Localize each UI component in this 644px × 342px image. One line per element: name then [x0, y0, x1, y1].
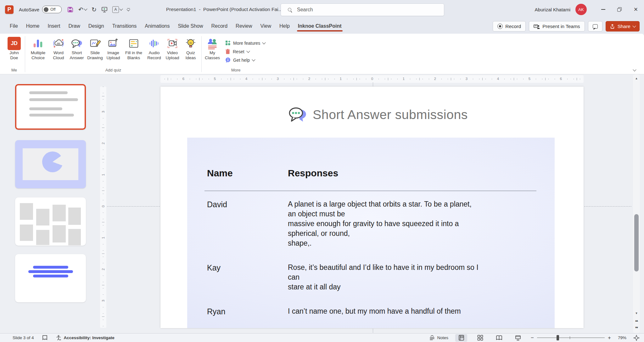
ribbon-tab[interactable]: View [256, 20, 275, 33]
minimize-button[interactable] [595, 0, 611, 19]
zoom-in-button[interactable]: + [608, 335, 611, 341]
image-upload-icon [107, 37, 119, 50]
spellcheck-icon[interactable] [42, 335, 48, 341]
ribbon-tab[interactable]: Slide Show [174, 20, 207, 33]
notes-button[interactable]: Notes [429, 335, 448, 340]
audio-record-button[interactable]: Audio Record [145, 37, 163, 60]
next-slide-button[interactable]: ▾▾ [633, 326, 640, 328]
slide-sorter-view-button[interactable] [474, 334, 486, 342]
zoom-level[interactable]: 79% [618, 335, 626, 340]
ribbon-tab[interactable]: Draw [64, 20, 84, 33]
ribbon-tab[interactable]: Record [207, 20, 232, 33]
slide-indicator[interactable]: Slide 3 of 4 [13, 335, 34, 340]
group-separator [25, 36, 25, 72]
normal-view-button[interactable] [455, 334, 467, 342]
quiz-ideas-button[interactable]: Quiz Ideas [182, 37, 200, 60]
start-slideshow-icon[interactable] [101, 6, 108, 13]
slide-thumbnail-2[interactable] [15, 140, 86, 188]
ribbon-tab[interactable]: Inknoe ClassPoint [294, 20, 346, 33]
undo-button[interactable]: ↶ [78, 6, 87, 13]
slide-thumbnail-1[interactable] [15, 84, 86, 130]
reading-view-button[interactable] [493, 334, 505, 342]
column-header-responses: Responses [288, 168, 338, 179]
chevron-down-icon [252, 58, 255, 61]
avatar[interactable]: AK [575, 4, 587, 15]
fill-in-the-blanks-button[interactable]: Fill in the Blanks [122, 37, 145, 60]
slide-thumbnail-4[interactable] [15, 254, 86, 302]
font-style-button[interactable]: A [112, 6, 122, 13]
ribbon-tab[interactable]: Animations [141, 20, 174, 33]
zoom-control[interactable]: − + [531, 335, 611, 341]
autosave-toggle[interactable]: AutoSave Off [19, 6, 62, 13]
scroll-down-icon[interactable]: ▾ [633, 311, 640, 315]
short-answer-button[interactable]: Short Answer [68, 37, 86, 60]
customize-quick-access-button[interactable] [127, 8, 130, 11]
slide-canvas[interactable]: Short Answer submissions Name Responses … [160, 87, 584, 328]
chevron-down-icon [632, 24, 636, 27]
close-button[interactable]: × [628, 0, 644, 19]
zoom-slider-thumb[interactable] [557, 335, 559, 340]
zoom-slider[interactable] [537, 338, 605, 338]
slide-thumbnail-3[interactable] [15, 197, 86, 246]
ribbon-tab[interactable]: Help [275, 20, 294, 33]
save-icon[interactable] [67, 6, 74, 13]
my-classes-button[interactable]: My Classes [203, 37, 221, 60]
present-in-teams-button[interactable]: Present in Teams [529, 21, 585, 31]
respondent-name: Ryan [207, 306, 288, 316]
vertical-scrollbar[interactable]: ▴ ▾ ▴▴ ▾▾ [633, 74, 640, 333]
ribbon-tab-bar: File Home Insert Draw Design Transitions… [0, 19, 644, 34]
document-title: Presentation1 - PowerPoint (Product Acti… [166, 7, 283, 12]
slideshow-view-button[interactable] [512, 334, 524, 342]
slide-drawing-button[interactable]: Slide Drawing [86, 37, 104, 60]
center-guide-top [373, 83, 373, 86]
user-name[interactable]: Aburizal Khatami [535, 7, 570, 12]
video-upload-button[interactable]: Video Upload [163, 37, 182, 60]
scroll-up-icon[interactable]: ▴ [633, 76, 640, 80]
search-icon [288, 8, 292, 12]
profile-button[interactable]: JD John Doe [5, 37, 23, 60]
powerpoint-logo-icon[interactable]: P [5, 5, 14, 14]
fit-to-window-button[interactable] [633, 335, 640, 341]
search-box[interactable] [281, 3, 444, 16]
accessibility-status[interactable]: Accessibility: Investigate [56, 335, 115, 341]
reset-button[interactable]: Reset [225, 49, 265, 54]
collapse-ribbon-button[interactable] [633, 68, 636, 71]
image-upload-button[interactable]: Image Upload [104, 37, 122, 60]
get-help-button[interactable]: Get help [225, 57, 265, 63]
slide-title: Short Answer submissions [313, 107, 468, 122]
short-answer-icon [71, 37, 83, 50]
chevron-down-icon [119, 7, 123, 10]
fill-in-the-blanks-icon [128, 37, 140, 50]
ribbon-group-me: JD John Doe Me [5, 34, 23, 74]
scrollbar-thumb[interactable] [634, 214, 639, 271]
share-icon [610, 24, 615, 29]
ribbon-tab[interactable]: Review [232, 20, 256, 33]
redo-button[interactable]: ↻ [92, 6, 97, 13]
ribbon-tab[interactable]: File [6, 20, 22, 33]
horizontal-ruler[interactable]: 6543210123456 [160, 75, 584, 83]
previous-slide-button[interactable]: ▴▴ [633, 319, 640, 322]
zoom-out-button[interactable]: − [531, 335, 534, 341]
ribbon-tab[interactable]: Insert [43, 20, 64, 33]
search-input[interactable] [296, 7, 423, 13]
record-button[interactable]: Record [493, 21, 526, 31]
ribbon-tab[interactable]: Design [84, 20, 108, 33]
accessibility-icon [56, 335, 61, 341]
ribbon-tab[interactable]: Transitions [108, 20, 141, 33]
share-button[interactable]: Share [606, 21, 640, 31]
multiple-choice-button[interactable]: Multiple Choice [27, 37, 49, 60]
quiz-ideas-icon [185, 37, 197, 50]
autosave-state: Off [50, 7, 55, 12]
autosave-switch[interactable]: Off [42, 6, 62, 13]
word-cloud-button[interactable]: Word Cloud [49, 37, 68, 60]
vertical-ruler[interactable]: 3210123 [100, 87, 106, 328]
multiple-choice-icon [32, 37, 44, 50]
group-label-more: More [203, 68, 268, 74]
powerpoint-window: P AutoSave Off ↶ ↻ [0, 0, 644, 342]
ribbon-tab[interactable]: Home [22, 20, 44, 33]
comments-button[interactable] [588, 21, 602, 31]
table-row: Kay Rose, it’s beautiful and I’d like to… [207, 263, 540, 292]
more-features-button[interactable]: More features [225, 40, 265, 46]
restore-button[interactable] [611, 0, 628, 19]
ribbon-group-add-quiz: Multiple Choice Word Cloud Short Answer [27, 34, 200, 74]
